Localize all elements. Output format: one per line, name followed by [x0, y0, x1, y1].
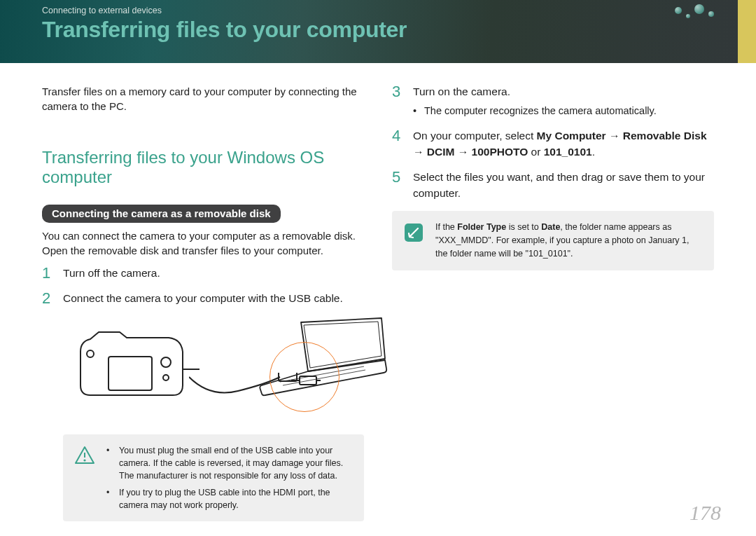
intro-text: Transfer files on a memory card to your … [42, 84, 364, 114]
svg-rect-5 [279, 373, 297, 381]
page-header: Connecting to external devices Transferr… [0, 0, 756, 63]
note-callout: If the Folder Type is set to Date, the f… [392, 211, 714, 270]
step-number: 4 [392, 128, 403, 160]
svg-point-2 [161, 357, 171, 367]
step-text: Turn off the camera. [63, 266, 160, 281]
caution-icon [73, 444, 97, 512]
step-number: 2 [42, 291, 53, 306]
svg-point-7 [83, 459, 85, 461]
step-1: 1 Turn off the camera. [42, 266, 364, 281]
warning-item: •If you try to plug the USB cable into t… [106, 486, 351, 511]
left-column: Transfer files on a memory card to your … [42, 84, 364, 531]
subsection-pill: Connecting the camera as a removable dis… [42, 205, 281, 223]
section-title: Transferring files to your Windows OS co… [42, 148, 364, 188]
warning-callout: •You must plug the small end of the USB … [63, 434, 364, 522]
step-5: 5 Select the files you want, and then dr… [392, 170, 714, 201]
page-title: Transferring files to your computer [42, 17, 714, 43]
content-area: Transfer files on a memory card to your … [0, 63, 756, 531]
step-text: On your computer, select My Computer → R… [413, 128, 714, 160]
step-number: 3 [392, 84, 403, 118]
warning-text: You must plug the small end of the USB c… [119, 444, 351, 482]
step-number: 1 [42, 266, 53, 281]
decorative-dots [675, 7, 714, 18]
step-number: 5 [392, 170, 403, 201]
sub-bullet-text: The computer recognizes the camera autom… [424, 104, 657, 118]
camera-icon [74, 327, 200, 408]
svg-point-1 [87, 350, 94, 357]
usb-cable-icon [189, 373, 301, 415]
step-text: Select the files you want, and then drag… [413, 170, 714, 201]
step-4: 4 On your computer, select My Computer →… [392, 128, 714, 160]
svg-rect-0 [108, 357, 152, 390]
svg-point-3 [163, 375, 169, 380]
note-icon [402, 221, 426, 260]
warning-text: If you try to plug the USB cable into th… [119, 486, 351, 511]
step-text: Turn on the camera. [413, 85, 510, 97]
right-column: 3 Turn on the camera. • The computer rec… [392, 84, 714, 531]
breadcrumb: Connecting to external devices [42, 6, 714, 15]
page-number: 178 [690, 501, 721, 525]
svg-rect-4 [300, 376, 316, 385]
step-3: 3 Turn on the camera. • The computer rec… [392, 84, 714, 118]
warning-item: •You must plug the small end of the USB … [106, 444, 351, 482]
step-2: 2 Connect the camera to your computer wi… [42, 291, 364, 306]
pill-description: You can connect the camera to your compu… [42, 228, 364, 259]
step-text: Connect the camera to your computer with… [63, 291, 343, 306]
step-sub-bullet: • The computer recognizes the camera aut… [413, 104, 657, 118]
note-text: If the Folder Type is set to Date, the f… [435, 221, 701, 260]
usb-connection-illustration [63, 317, 364, 422]
